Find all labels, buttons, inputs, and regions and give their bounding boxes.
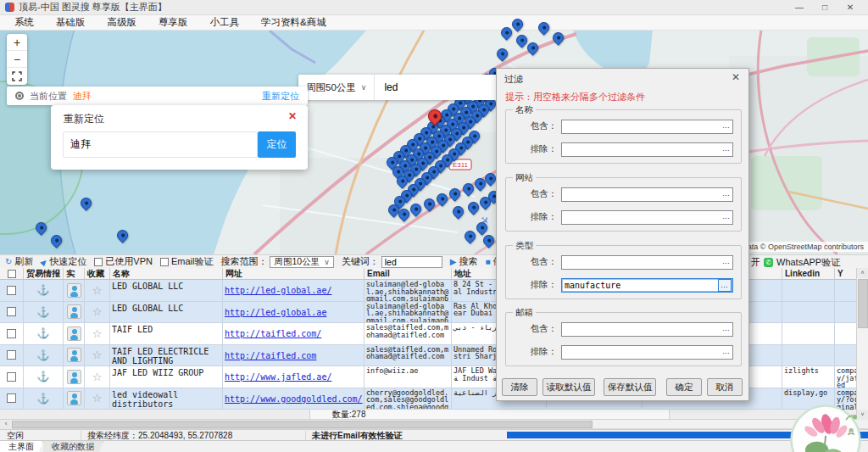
more-icon[interactable]: … [718,279,732,292]
email-include-input[interactable] [561,322,733,337]
cancel-button[interactable]: 取消 [707,378,743,396]
trade-anchor-icon[interactable]: ⚓ [37,284,50,296]
keyword-group: 关键词： [342,255,442,268]
menu-item-basic[interactable]: 基础版 [45,15,97,30]
locate-button[interactable]: 定位 [258,131,296,158]
header-fav[interactable]: 收藏 [85,268,110,279]
more-icon[interactable]: … [722,323,731,334]
trade-anchor-icon[interactable]: ⚓ [37,393,50,405]
row-checkbox[interactable] [7,350,16,360]
favorite-star-icon[interactable]: ☆ [92,284,103,297]
quick-locate-button[interactable]: ▶ 快速定位 [41,255,86,268]
minimize-button[interactable]: — [787,0,812,14]
save-default-button[interactable]: 保存默认值 [604,378,656,396]
streetview-button[interactable] [67,391,81,405]
name-include-input[interactable] [561,120,733,134]
streetview-button[interactable] [67,304,81,319]
website-exclude-input[interactable] [561,210,733,225]
streetview-button[interactable] [67,348,81,362]
table-horizontal-scrollbar[interactable]: ‹ › [0,420,868,429]
tab-main[interactable]: 主界面 [0,441,43,452]
website-link[interactable]: http://taifled.com [225,351,316,360]
maximize-button[interactable]: □ [812,0,837,14]
refresh-button[interactable]: ↻ 刷新 [5,255,33,268]
streetview-button[interactable] [67,370,81,384]
name-exclude-input[interactable] [561,142,733,157]
relocate-link[interactable]: 重新定位 [262,90,299,103]
search-range-dropdown[interactable]: 周围10公里 ∨ [270,256,333,268]
scroll-up-icon[interactable]: ˄ [857,268,868,278]
zoom-out-button[interactable]: − [7,51,27,68]
header-name[interactable]: 名称 [110,268,223,279]
relocate-city-input[interactable] [63,131,258,158]
menu-item-premium[interactable]: 尊享版 [147,15,199,30]
website-link[interactable]: http://www.goodgoldled.com/ [225,394,363,404]
header-linkedin[interactable]: Linkedin [782,268,835,279]
website-include-input[interactable] [561,187,733,202]
select-all-checkbox[interactable] [8,270,16,278]
favorite-star-icon[interactable]: ☆ [92,392,103,405]
trade-anchor-icon[interactable]: ⚓ [37,306,50,318]
row-checkbox[interactable] [7,393,16,403]
website-link[interactable]: http://led-global.ae/ [225,286,331,295]
email-exclude-input[interactable] [561,345,733,360]
favorite-star-icon[interactable]: ☆ [92,371,103,383]
type-include-input[interactable] [561,255,733,270]
favorite-star-icon[interactable]: ☆ [92,349,103,361]
more-icon[interactable]: … [722,188,731,199]
clear-button[interactable]: 清除 [502,378,537,396]
row-checkbox[interactable] [7,286,16,295]
company-name: TAIF LED ELECTRICLE AND LIGHTING MATERIA… [110,345,223,366]
filter-close-icon[interactable]: ✕ [732,71,740,83]
keyword-label: 关键词： [342,255,379,268]
header-url[interactable]: 网址 [223,268,364,279]
extra-cell: izlights [782,366,835,388]
search-button[interactable]: ▶ 搜索 [450,255,478,268]
more-icon[interactable]: … [722,143,731,154]
row-checkbox[interactable] [7,329,16,338]
toolbar-clipped-label: 开 [751,256,760,269]
website-link[interactable]: http://led-global.ae [225,308,326,317]
favorite-star-icon[interactable]: ☆ [92,305,103,318]
menu-item-advanced[interactable]: 高级版 [97,15,148,30]
trade-anchor-icon[interactable]: ⚓ [37,327,50,339]
row-checkbox[interactable] [7,372,16,382]
more-icon[interactable]: … [722,256,731,267]
vpn-checkbox[interactable]: 已使用VPN [94,255,153,268]
more-icon[interactable]: … [722,211,731,222]
menu-item-tools[interactable]: 小工具 [199,15,251,30]
tab-favorites[interactable]: 收藏的数据 [43,441,103,452]
trade-anchor-icon[interactable]: ⚓ [37,349,50,361]
scroll-left-icon[interactable]: ‹ [0,420,12,429]
load-default-button[interactable]: 读取默认值 [542,378,595,396]
more-icon[interactable]: … [722,120,731,131]
row-checkbox[interactable] [7,307,16,316]
whatsapp-verify-button[interactable]: 开 ✆ WhatsAPP验证 [751,255,840,269]
email-verify-checkbox[interactable]: Email验证 [160,255,214,268]
header-email[interactable]: Email [364,268,452,279]
header-scene[interactable]: 实景 [64,268,85,279]
relocate-close-icon[interactable]: ✕ [288,110,297,122]
scrollbar-thumb[interactable] [858,279,868,328]
header-trade[interactable]: 贸易情报 [24,268,64,279]
streetview-button[interactable] [67,283,81,298]
menu-item-system[interactable]: 系统 [3,15,45,30]
range-dropdown[interactable]: 周围50公里 ∨ [298,75,375,100]
keyword-input[interactable] [381,256,442,268]
zoom-in-button[interactable]: + [7,34,27,51]
email-cell: sulaiman@led-global.ae,shihabkannath@gma… [364,280,452,301]
table-vertical-scrollbar[interactable]: ˄ ˅ [856,268,868,420]
ok-button[interactable]: 确定 [666,378,702,396]
close-button[interactable]: ✕ [837,0,863,14]
svg-text:E311: E311 [453,161,469,169]
streetview-button[interactable] [67,326,81,341]
more-icon[interactable]: … [722,346,731,357]
scrollbar-thumb[interactable] [12,421,593,428]
favorite-star-icon[interactable]: ☆ [92,327,103,340]
menu-item-learning[interactable]: 学习资料&商城 [250,15,337,30]
website-link[interactable]: http://www.jafled.ae/ [225,372,331,382]
fullscreen-button[interactable] [7,68,27,85]
type-exclude-input[interactable] [561,278,733,293]
trade-anchor-icon[interactable]: ⚓ [37,371,50,382]
website-link[interactable]: http://taifled.com/ [225,329,321,338]
